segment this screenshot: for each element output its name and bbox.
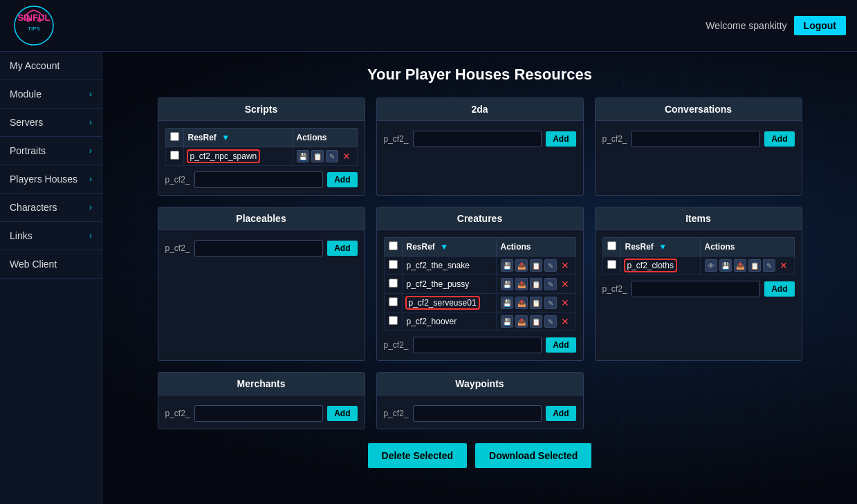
creatures-col-resref: ResRef ▼	[402, 238, 496, 256]
logout-button[interactable]: Logout	[794, 16, 846, 35]
save-icon-creature-3[interactable]: 💾	[501, 315, 513, 328]
export-icon-creature-0[interactable]: 📤	[515, 259, 528, 272]
edit-icon-creature-1[interactable]: ✎	[544, 278, 557, 290]
resref-sort-icon[interactable]: ▼	[221, 133, 230, 142]
conversations-add-row: p_cf2_ Add	[602, 131, 795, 147]
creatures-row-check-2	[384, 294, 402, 312]
scripts-add-button[interactable]: Add	[327, 172, 357, 187]
save-icon-creature-0[interactable]: 💾	[501, 259, 513, 272]
merchants-add-button[interactable]: Add	[327, 406, 357, 421]
edit-icon-creature-2[interactable]: ✎	[544, 297, 557, 309]
delete-icon-0[interactable]: ✕	[340, 150, 353, 162]
items-panel: Items ResRef ▼	[595, 207, 802, 361]
sidebar-item-web-client[interactable]: Web Client	[0, 250, 102, 279]
conversations-add-button[interactable]: Add	[764, 131, 794, 147]
merchants-prefix: p_cf2_	[165, 409, 190, 418]
sidebar-item-module[interactable]: Module ›	[0, 80, 102, 109]
sidebar-item-players-houses[interactable]: Players Houses ›	[0, 165, 102, 194]
export-icon-creature-1[interactable]: 📤	[515, 278, 528, 290]
creatures-checkbox-2[interactable]	[389, 297, 398, 306]
creatures-table: ResRef ▼ Actions p_cf2_the_snake 💾	[384, 237, 576, 331]
creatures-checkbox-1[interactable]	[389, 279, 398, 288]
creatures-select-all[interactable]	[389, 241, 398, 250]
copy-icon-creature-1[interactable]: 📋	[530, 278, 542, 290]
scripts-row-checkbox-0[interactable]	[170, 151, 179, 160]
twoda-add-button[interactable]: Add	[546, 131, 575, 147]
delete-icon-creature-2[interactable]: ✕	[559, 297, 571, 309]
creatures-resref-value-0: p_cf2_the_snake	[407, 261, 470, 270]
creatures-row-actions-1: 💾 📤 📋 ✎ ✕	[496, 275, 575, 294]
twoda-add-input[interactable]	[413, 131, 542, 147]
creatures-resref-value-2: p_cf2_serveuse01	[407, 297, 479, 308]
waypoints-header: Waypoints	[377, 373, 583, 395]
creatures-panel: Creatures ResRef ▼	[376, 207, 584, 361]
creatures-sort-icon[interactable]: ▼	[440, 242, 448, 252]
delete-icon-creature-1[interactable]: ✕	[559, 278, 571, 290]
sidebar-item-characters[interactable]: Characters ›	[0, 194, 102, 222]
copy-icon-creature-3[interactable]: 📋	[530, 315, 542, 328]
download-selected-button[interactable]: Download Selected	[475, 443, 591, 468]
items-add-input[interactable]	[632, 281, 761, 297]
creatures-checkbox-3[interactable]	[389, 316, 398, 325]
copy-icon-creature-0[interactable]: 📋	[530, 259, 542, 272]
export-icon-creature-2[interactable]: 📤	[515, 297, 528, 309]
creatures-row-check-1	[384, 275, 402, 294]
topbar: SINFUL TIPS Welcome spankitty Logout	[0, 0, 857, 52]
creatures-add-button[interactable]: Add	[546, 337, 575, 353]
delete-icon-creature-3[interactable]: ✕	[559, 315, 571, 328]
scripts-row-resref-0: p_cf2_npc_spawn	[183, 147, 292, 166]
svg-text:SINFUL: SINFUL	[17, 12, 50, 23]
items-checkbox-0[interactable]	[607, 260, 616, 269]
edit-icon-0[interactable]: ✎	[326, 150, 338, 162]
merchants-add-row: p_cf2_ Add	[165, 405, 358, 422]
delete-icon-item-0[interactable]: ✕	[777, 259, 790, 272]
table-row: p_cf2_npc_spawn 💾 📋 ✎ ✕	[165, 147, 357, 166]
edit-icon-creature-3[interactable]: ✎	[544, 315, 557, 328]
placeables-add-button[interactable]: Add	[327, 241, 357, 256]
copy-icon-item-0[interactable]: 📋	[748, 259, 761, 272]
sidebar-item-my-account[interactable]: My Account	[0, 52, 102, 80]
creatures-add-input[interactable]	[413, 337, 542, 353]
scripts-panel: Scripts ResRef ▼	[158, 97, 365, 196]
scripts-select-all[interactable]	[170, 132, 179, 141]
svg-text:TIPS: TIPS	[28, 26, 40, 32]
waypoints-add-button[interactable]: Add	[546, 406, 575, 421]
creatures-resref-value-1: p_cf2_the_pussy	[407, 279, 470, 289]
chevron-icon-module: ›	[89, 89, 92, 99]
page-title: Your Player Houses Resources	[123, 66, 836, 84]
scripts-row-check	[165, 147, 183, 166]
copy-icon-creature-2[interactable]: 📋	[530, 297, 542, 309]
save-icon-creature-2[interactable]: 💾	[501, 297, 513, 309]
conversations-add-input[interactable]	[632, 131, 761, 147]
save-icon-item-0[interactable]: 💾	[719, 259, 732, 272]
scripts-add-input[interactable]	[194, 171, 324, 188]
bottom-actions: Delete Selected Download Selected	[123, 443, 836, 468]
copy-icon-0[interactable]: 📋	[311, 150, 324, 162]
sidebar-item-links[interactable]: Links ›	[0, 222, 102, 250]
edit-icon-item-0[interactable]: ✎	[763, 259, 775, 272]
merchants-add-input[interactable]	[194, 405, 324, 422]
sidebar-item-portraits[interactable]: Portraits ›	[0, 137, 102, 165]
items-add-button[interactable]: Add	[764, 281, 794, 297]
creatures-action-icons-1: 💾 📤 📋 ✎ ✕	[501, 278, 571, 290]
sidebar-item-servers[interactable]: Servers ›	[0, 109, 102, 137]
table-row: p_cf2_hoover 💾 📤 📋 ✎ ✕	[384, 312, 575, 331]
view-icon-item-0[interactable]: 👁	[705, 259, 717, 272]
waypoints-body: p_cf2_ Add	[377, 395, 583, 429]
save-icon-0[interactable]: 💾	[297, 150, 309, 162]
edit-icon-creature-0[interactable]: ✎	[544, 259, 557, 272]
delete-selected-button[interactable]: Delete Selected	[368, 443, 468, 468]
waypoints-add-input[interactable]	[413, 405, 542, 422]
layout: My Account Module › Servers › Portraits …	[0, 52, 857, 504]
items-select-all[interactable]	[607, 241, 616, 250]
sidebar-label-web-client: Web Client	[10, 259, 57, 270]
creatures-row-resref-3: p_cf2_hoover	[402, 312, 496, 331]
export-icon-creature-3[interactable]: 📤	[515, 315, 528, 328]
placeables-add-input[interactable]	[194, 240, 324, 256]
save-icon-creature-1[interactable]: 💾	[501, 278, 513, 290]
export-icon-item-0[interactable]: 📤	[734, 259, 746, 272]
table-row: p_cf2_the_snake 💾 📤 📋 ✎ ✕	[384, 256, 575, 275]
delete-icon-creature-0[interactable]: ✕	[559, 259, 571, 272]
items-sort-icon[interactable]: ▼	[658, 242, 667, 252]
creatures-checkbox-0[interactable]	[389, 260, 398, 269]
